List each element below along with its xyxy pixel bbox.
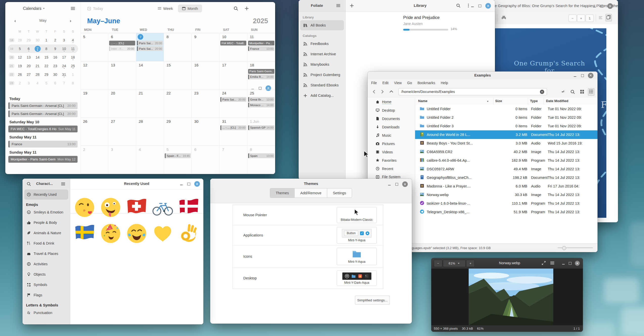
- index-sidebar-button[interactable]: [598, 15, 603, 21]
- minimize-button[interactable]: [471, 4, 474, 8]
- column-type[interactable]: Type: [530, 99, 538, 103]
- close-button[interactable]: ✕: [402, 181, 408, 187]
- month-cell[interactable]: 24Paris Sai...20:00: [220, 89, 247, 118]
- sidebar-item-animals-nature[interactable]: Animals & Nature: [24, 228, 68, 238]
- table-row[interactable]: GeographyofBliss_oneCh...198.2 kBDocumen…: [415, 173, 598, 182]
- month-cell[interactable]: 14: [136, 61, 164, 90]
- sidebar-item-feedbooks[interactable]: Feedbooks: [300, 39, 344, 49]
- month-cell[interactable]: 8Spain13:00: [247, 146, 275, 174]
- sidebar-item-documents[interactable]: Documents: [368, 114, 415, 123]
- month-cell[interactable]: 5Spain - F...19:45: [164, 146, 192, 174]
- sidebar-item-all-books[interactable]: All Books: [300, 20, 344, 30]
- maximize-button[interactable]: [395, 182, 398, 186]
- mini-day[interactable]: 5: [15, 47, 24, 51]
- mini-day[interactable]: 4: [33, 81, 42, 85]
- mini-day[interactable]: 16: [51, 55, 60, 59]
- bicycle-emoji[interactable]: [150, 194, 176, 220]
- table-row[interactable]: calibre-5.44.0-x86-64.Ap...182.9 MBProgr…: [415, 156, 598, 165]
- sidebar-item-standard-ebooks[interactable]: Standard Ebooks: [300, 80, 344, 90]
- flag-sweden-emoji[interactable]: [71, 220, 98, 246]
- mini-day[interactable]: 8: [42, 47, 51, 51]
- month-grid[interactable]: 56... - ... [CL]Inter - F...20:007Paris …: [81, 33, 275, 174]
- agenda-event[interactable]: Paris Saint-Germain - Arsenal [CL]20:00: [8, 110, 78, 117]
- toggle-location-entry-icon[interactable]: [560, 89, 565, 95]
- sidebar-item-desktop[interactable]: Desktop: [368, 106, 415, 114]
- month-cell[interactable]: 22: [164, 89, 192, 118]
- add-event-button[interactable]: [244, 6, 249, 12]
- mini-day[interactable]: 15: [42, 55, 51, 59]
- mini-day[interactable]: 9: [51, 47, 60, 51]
- back-button[interactable]: [372, 89, 377, 95]
- sidebar-item-symbols[interactable]: Symbols: [24, 280, 68, 290]
- mini-day[interactable]: 24: [60, 64, 68, 68]
- sidebar-item-flags[interactable]: Flags: [24, 290, 68, 300]
- sidebar-item-travel-places[interactable]: Travel & Places: [24, 249, 68, 259]
- table-row[interactable]: Untitled Folder0 itemsFolderTue 01 Nov 2…: [415, 105, 598, 113]
- month-cell[interactable]: 15: [164, 61, 192, 90]
- sidebar-item-manybooks[interactable]: Manybooks: [300, 59, 344, 69]
- mini-day[interactable]: 30: [51, 73, 60, 77]
- zoom-out-button[interactable]: −: [434, 260, 442, 267]
- search-icon[interactable]: [27, 182, 31, 187]
- month-cell[interactable]: 10FIA WEC - TotalE...: [220, 33, 247, 61]
- nemo-titlebar[interactable]: Examples ✕: [368, 71, 598, 80]
- zoom-in-button[interactable]: +: [466, 260, 475, 267]
- calendar-event[interactable]: FIA WEC - TotalE...: [220, 41, 246, 45]
- dual-page-button[interactable]: [605, 14, 612, 21]
- mini-day[interactable]: 19: [15, 64, 24, 68]
- partying-face-emoji[interactable]: [98, 220, 124, 246]
- agenda-event[interactable]: France13:00: [8, 141, 78, 148]
- mini-day[interactable]: 11: [68, 47, 77, 51]
- next-month-button[interactable]: [69, 19, 72, 24]
- calendars-dropdown[interactable]: Calendars: [23, 6, 45, 11]
- close-button[interactable]: ✕: [485, 3, 491, 9]
- mini-day[interactable]: 27: [24, 73, 33, 77]
- book-title[interactable]: Pride and Prejudice: [403, 15, 440, 20]
- month-cell[interactable]: 30: [192, 118, 220, 146]
- menu-go[interactable]: Go: [407, 81, 412, 85]
- table-row[interactable]: DSC05972.ARW49.4 MBImageThu 14 Jul 2022 …: [415, 165, 598, 173]
- minimize-button[interactable]: [180, 182, 183, 186]
- zoom-level-dropdown[interactable]: 61%: [443, 260, 466, 267]
- close-button[interactable]: ✕: [588, 73, 593, 78]
- mini-day[interactable]: 1: [42, 38, 51, 42]
- simplified-settings-button[interactable]: Simplified settings...: [355, 296, 390, 305]
- month-cell[interactable]: 19: [81, 89, 108, 118]
- mini-day[interactable]: 30: [33, 38, 42, 42]
- theme-preview-button[interactable]: Mint-Y-Aqua: [337, 248, 377, 265]
- hamburger-menu-icon[interactable]: [550, 261, 555, 266]
- month-cell[interactable]: 3: [108, 146, 136, 174]
- zany-face-emoji[interactable]: [98, 194, 124, 220]
- mini-day[interactable]: 6: [24, 47, 33, 51]
- calendar-event[interactable]: Spain13:00: [248, 153, 274, 158]
- page-number-box[interactable]: 1: [586, 14, 594, 22]
- tab-themes[interactable]: Themes: [270, 188, 295, 198]
- month-cell[interactable]: 4: [136, 146, 164, 174]
- face-with-tears-of-joy-emoji[interactable]: [124, 220, 150, 246]
- table-row[interactable]: C66A5959.CR240.2 MBImageThu 14 Jul 2022 …: [415, 148, 598, 156]
- mini-day[interactable]: 23: [51, 64, 60, 68]
- emoji-grid[interactable]: [71, 194, 202, 246]
- maximize-button[interactable]: [187, 182, 190, 186]
- zoom-out-button[interactable]: −: [568, 14, 577, 22]
- mini-day[interactable]: 17: [60, 55, 68, 59]
- maximize-button[interactable]: [568, 261, 572, 265]
- month-cell[interactable]: 8: [164, 33, 192, 61]
- sidebar-item-people-body[interactable]: People & Body: [24, 218, 68, 228]
- search-icon[interactable]: [570, 89, 575, 95]
- mini-day[interactable]: 26: [15, 73, 24, 77]
- mini-day[interactable]: 31: [60, 73, 68, 77]
- table-row[interactable]: Beasty Boys - You Dont St...3.0 MBAudioW…: [415, 139, 598, 148]
- table-row[interactable]: Untitled Folder 20 itemsFolderTue 01 Nov…: [415, 113, 598, 122]
- calendar-event[interactable]: Paris Sai...20:00: [137, 46, 163, 51]
- minimize-button[interactable]: [562, 261, 565, 265]
- theme-preview-button[interactable]: Button✓Mint-Y-Aqua: [337, 227, 377, 244]
- column-name[interactable]: Name: [418, 99, 427, 103]
- table-row[interactable]: taskizer-1.6.0-beta-linux-...110.1 MBPro…: [415, 199, 598, 208]
- mini-day[interactable]: 7: [60, 81, 68, 85]
- month-cell[interactable]: 13: [108, 61, 136, 90]
- close-button[interactable]: ✕: [194, 181, 200, 187]
- yellow-heart-emoji[interactable]: [150, 220, 176, 246]
- minimize-button[interactable]: [593, 4, 596, 8]
- close-button[interactable]: ✕: [607, 3, 613, 9]
